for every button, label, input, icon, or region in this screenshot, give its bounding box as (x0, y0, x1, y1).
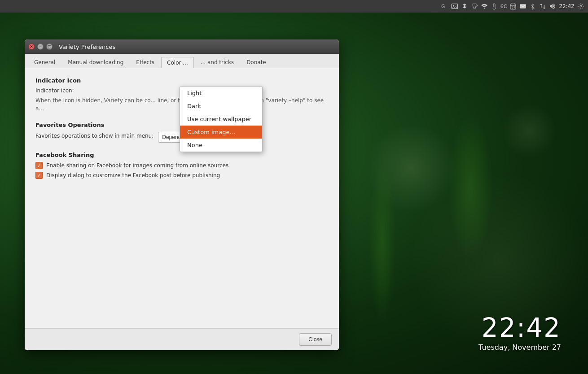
dialog-footer: Close (25, 328, 339, 350)
clock-display[interactable]: 22:42 (559, 3, 575, 9)
close-button[interactable]: Close (299, 333, 332, 346)
coffee-icon[interactable] (471, 3, 478, 10)
menu-item-dark[interactable]: Dark (180, 100, 262, 113)
favorites-label: Favorites operations to show in main men… (35, 133, 154, 139)
menu-item-use-wallpaper[interactable]: Use current wallpaper (180, 113, 262, 126)
network-arrows-icon[interactable] (539, 3, 546, 10)
dropbox-icon[interactable] (461, 3, 468, 10)
facebook-checkbox2-row: Display dialog to customize the Facebook… (35, 172, 328, 179)
svg-point-7 (580, 5, 582, 7)
tab-manual-downloading[interactable]: Manual downloading (62, 57, 129, 68)
image-tray-icon[interactable] (451, 3, 458, 10)
facebook-checkbox1[interactable] (35, 162, 43, 169)
menu-item-light[interactable]: Light (180, 87, 262, 100)
menu-item-none[interactable]: None (180, 139, 262, 152)
indicator-icon-title: Indicator Icon (35, 77, 328, 84)
calendar-icon[interactable]: 27 (509, 3, 517, 10)
tab-bar: General Manual downloading Effects Color… (25, 54, 339, 68)
indicator-icon-dropdown-menu: Light Dark Use current wallpaper Custom … (180, 86, 263, 152)
tab-color[interactable]: Color ... (161, 57, 194, 68)
facebook-checkbox1-label: Enable sharing on Facebook for images co… (46, 162, 228, 169)
close-window-button[interactable]: ✕ (28, 43, 35, 50)
svg-point-3 (483, 8, 485, 9)
facebook-checkbox2[interactable] (35, 172, 43, 179)
volume-icon[interactable] (549, 3, 556, 10)
tab-tips[interactable]: ... and tricks (195, 57, 240, 68)
desktop-clock-date: Tuesday, November 27 (478, 343, 561, 352)
tab-general[interactable]: General (28, 57, 61, 68)
desktop: G 6C 27 22:42 (0, 0, 588, 374)
settings-gear-icon[interactable] (577, 3, 584, 10)
temperature-label: 6C (500, 4, 507, 9)
facebook-checkbox1-row: Enable sharing on Facebook for images co… (35, 162, 328, 169)
tab-effects[interactable]: Effects (130, 57, 160, 68)
network-icon[interactable] (481, 3, 488, 10)
desktop-clock-time: 22:42 (478, 313, 561, 343)
bluetooth-icon[interactable] (529, 3, 536, 10)
facebook-title: Facebook Sharing (35, 152, 328, 158)
facebook-sharing-section: Facebook Sharing Enable sharing on Faceb… (35, 152, 328, 179)
google-icon[interactable]: G (441, 3, 448, 10)
menu-item-custom-image[interactable]: Custom image... (180, 126, 262, 139)
minimize-window-button[interactable]: − (37, 43, 44, 50)
mail-icon[interactable] (519, 3, 527, 10)
desktop-clock: 22:42 Tuesday, November 27 (478, 313, 561, 352)
svg-text:G: G (441, 4, 445, 9)
dialog-title: Variety Preferences (59, 43, 115, 50)
svg-rect-6 (520, 4, 526, 8)
top-panel: G 6C 27 22:42 (0, 0, 588, 13)
svg-text:27: 27 (512, 6, 516, 9)
tab-donate[interactable]: Donate (241, 57, 272, 68)
maximize-window-button[interactable]: □ (46, 43, 53, 50)
title-bar: ✕ − □ Variety Preferences (25, 39, 339, 54)
facebook-checkbox2-label: Display dialog to customize the Facebook… (46, 172, 220, 178)
temperature-icon[interactable] (491, 3, 498, 10)
